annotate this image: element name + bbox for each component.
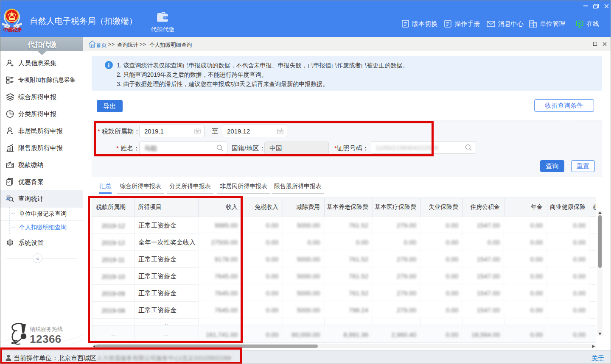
svg-text:中国税务: 中国税务 (3, 27, 22, 32)
